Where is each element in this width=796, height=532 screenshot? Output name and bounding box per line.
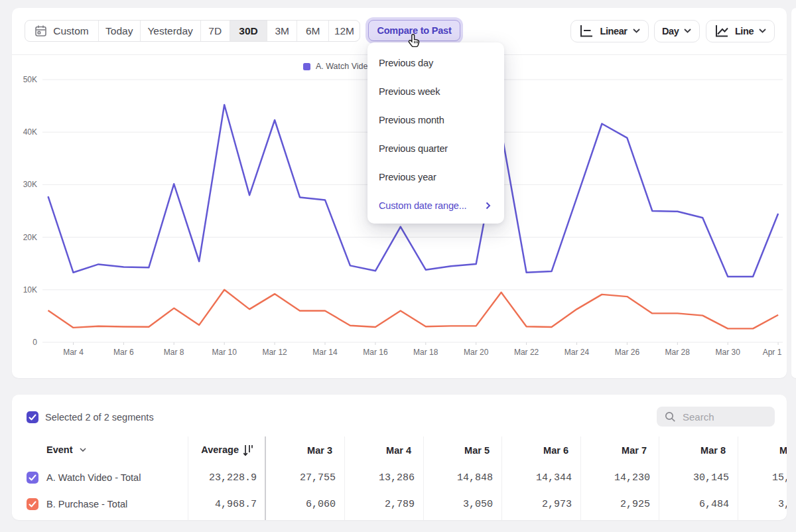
svg-text:40K: 40K: [23, 127, 37, 137]
svg-text:Mar 20: Mar 20: [464, 348, 489, 357]
svg-text:20K: 20K: [23, 233, 37, 242]
svg-text:Mar 30: Mar 30: [716, 348, 741, 357]
svg-text:Mar 22: Mar 22: [514, 348, 539, 357]
svg-text:0: 0: [33, 338, 37, 347]
svg-text:Mar 8: Mar 8: [164, 348, 184, 357]
svg-text:Mar 14: Mar 14: [312, 348, 338, 357]
svg-text:30K: 30K: [23, 180, 37, 189]
svg-text:Mar 16: Mar 16: [363, 348, 388, 357]
svg-text:Mar 18: Mar 18: [413, 348, 438, 357]
svg-text:Mar 4: Mar 4: [63, 348, 84, 357]
svg-text:Mar 12: Mar 12: [262, 348, 287, 357]
svg-text:Mar 28: Mar 28: [665, 348, 691, 357]
svg-text:Mar 24: Mar 24: [564, 348, 590, 357]
svg-text:Mar 26: Mar 26: [615, 348, 640, 357]
svg-text:10K: 10K: [23, 285, 37, 295]
svg-text:50K: 50K: [23, 75, 37, 84]
svg-text:Apr 1: Apr 1: [763, 348, 782, 357]
svg-text:Mar 6: Mar 6: [113, 348, 134, 357]
svg-text:Mar 10: Mar 10: [212, 348, 237, 357]
